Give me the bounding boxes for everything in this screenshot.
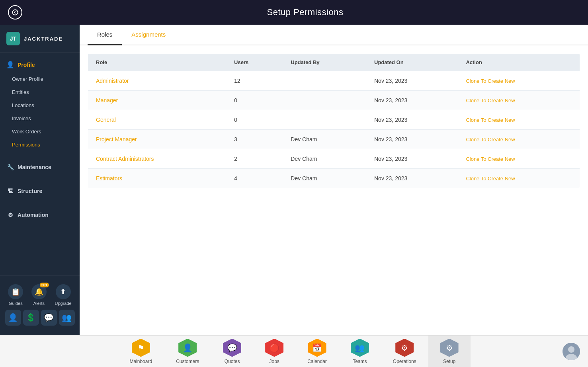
nav-item-calendar[interactable]: 📅 Calendar	[295, 336, 339, 367]
sidebar-structure-label: Structure	[18, 188, 42, 194]
tab-assignments[interactable]: Assignments	[122, 25, 175, 45]
updated-by-cell: Dev Cham	[283, 149, 366, 169]
role-link[interactable]: Contract Administrators	[96, 156, 154, 162]
role-link[interactable]: Manager	[96, 97, 118, 103]
tab-roles[interactable]: Roles	[88, 25, 122, 45]
sidebar-item-entities[interactable]: Entities	[0, 86, 80, 99]
avatar[interactable]	[563, 343, 580, 360]
sidebar-item-structure[interactable]: 🏗 Structure	[0, 183, 80, 199]
alerts-label: Alerts	[33, 301, 45, 306]
clone-action[interactable]: Clone To Create New	[466, 156, 515, 162]
sidebar-section-automation: ⚙ Automation	[0, 203, 80, 227]
calendar-icon: 📅	[308, 339, 326, 357]
nav-label-mainboard: Mainboard	[129, 359, 152, 364]
sidebar-item-invoices[interactable]: Invoices	[0, 112, 80, 125]
role-link[interactable]: Project Manager	[96, 136, 137, 143]
main-layout: JT JACKTRADE 👤 Profile Owner Profile Ent…	[0, 25, 588, 335]
logo-icon: JT	[6, 32, 20, 45]
page-title: Setup Permissions	[30, 7, 580, 18]
clone-action[interactable]: Clone To Create New	[466, 137, 515, 143]
alerts-button[interactable]: 🔔 261 Alerts	[31, 284, 47, 306]
sidebar-automation-label: Automation	[18, 212, 49, 218]
nav-item-quotes[interactable]: 💬 Quotes	[211, 336, 253, 367]
guides-button[interactable]: 📋 Guides	[8, 284, 23, 306]
sidebar-bottom-nav: 👤 💲 💬 👥	[0, 306, 80, 330]
users-cell: 12	[226, 71, 283, 91]
col-updated-on: Updated On	[366, 54, 458, 71]
nav-item-mainboard[interactable]: ⚑ Mainboard	[117, 336, 164, 367]
sidebar-profile-label: Profile	[18, 62, 35, 68]
setup-icon: ⚙	[440, 339, 459, 357]
nav-label-quotes: Quotes	[225, 359, 240, 364]
table-row: Estimators 4 Dev Cham Nov 23, 2023 Clone…	[88, 169, 580, 188]
users-nav-icon[interactable]: 👥	[59, 310, 75, 326]
nav-label-operations: Operations	[393, 359, 416, 364]
clone-action[interactable]: Clone To Create New	[466, 117, 515, 123]
top-header: Setup Permissions	[0, 0, 588, 25]
table-row: Contract Administrators 2 Dev Cham Nov 2…	[88, 149, 580, 169]
sidebar-bottom-icons: 📋 Guides 🔔 261 Alerts ⬆ Upgrade	[0, 281, 80, 306]
table-header-row: Role Users Updated By Updated On Action	[88, 54, 580, 71]
updated-on-cell: Nov 23, 2023	[366, 130, 458, 149]
clone-action[interactable]: Clone To Create New	[466, 78, 515, 84]
logo-text: JACKTRADE	[24, 36, 63, 42]
users-cell: 0	[226, 91, 283, 110]
sidebar-item-automation[interactable]: ⚙ Automation	[0, 207, 80, 223]
updated-by-cell	[283, 110, 366, 130]
role-link[interactable]: Estimators	[96, 175, 122, 182]
col-updated-by: Updated By	[283, 54, 366, 71]
chat-nav-icon[interactable]: 💬	[41, 310, 57, 326]
nav-item-operations[interactable]: ⚙ Operations	[381, 336, 428, 367]
bottom-nav: ⚑ Mainboard 👤 Customers 💬 Quotes 🔴 Jobs …	[0, 335, 588, 367]
updated-on-cell: Nov 23, 2023	[366, 149, 458, 169]
sidebar-logo: JT JACKTRADE	[0, 25, 80, 53]
users-cell: 3	[226, 130, 283, 149]
person-nav-icon[interactable]: 👤	[5, 310, 21, 326]
role-link[interactable]: General	[96, 117, 116, 123]
nav-label-customers: Customers	[176, 359, 199, 364]
content-area: Roles Assignments Role Users Updated By …	[80, 25, 588, 335]
sidebar-section-maintenance: 🔧 Maintenance	[0, 155, 80, 179]
nav-item-setup[interactable]: ⚙ Setup	[428, 336, 471, 367]
nav-label-teams: Teams	[353, 359, 367, 364]
svg-point-2	[568, 346, 574, 353]
teams-icon: 👥	[351, 339, 369, 357]
automation-icon: ⚙	[6, 211, 14, 219]
table-row: Administrator 12 Nov 23, 2023 Clone To C…	[88, 71, 580, 91]
nav-item-customers[interactable]: 👤 Customers	[164, 336, 211, 367]
upgrade-label: Upgrade	[55, 301, 71, 306]
svg-point-0	[12, 10, 18, 15]
sidebar-item-permissions[interactable]: Permissions	[0, 138, 80, 151]
col-users: Users	[226, 54, 283, 71]
sidebar-item-work-orders[interactable]: Work Orders	[0, 125, 80, 138]
users-cell: 4	[226, 169, 283, 188]
nav-item-teams[interactable]: 👥 Teams	[339, 336, 381, 367]
table-container: Role Users Updated By Updated On Action …	[80, 45, 588, 335]
clone-action[interactable]: Clone To Create New	[466, 176, 515, 182]
updated-on-cell: Nov 23, 2023	[366, 169, 458, 188]
nav-label-calendar: Calendar	[307, 359, 327, 364]
upgrade-button[interactable]: ⬆ Upgrade	[55, 284, 71, 306]
sidebar-item-locations[interactable]: Locations	[0, 99, 80, 112]
sidebar-section-header-profile[interactable]: 👤 Profile	[0, 57, 80, 72]
back-button[interactable]	[8, 5, 22, 20]
role-link[interactable]: Administrator	[96, 78, 129, 84]
maintenance-icon: 🔧	[6, 163, 14, 171]
updated-by-cell: Dev Cham	[283, 169, 366, 188]
users-cell: 2	[226, 149, 283, 169]
sidebar-item-owner-profile[interactable]: Owner Profile	[0, 72, 80, 86]
clone-action[interactable]: Clone To Create New	[466, 98, 515, 103]
col-role: Role	[88, 54, 227, 71]
updated-on-cell: Nov 23, 2023	[366, 110, 458, 130]
updated-on-cell: Nov 23, 2023	[366, 91, 458, 110]
sidebar-item-maintenance[interactable]: 🔧 Maintenance	[0, 159, 80, 175]
updated-by-cell	[283, 91, 366, 110]
profile-section-icon: 👤	[6, 61, 14, 68]
jobs-icon: 🔴	[265, 339, 283, 357]
nav-item-jobs[interactable]: 🔴 Jobs	[253, 336, 295, 367]
dollar-nav-icon[interactable]: 💲	[23, 310, 39, 326]
table-row: Project Manager 3 Dev Cham Nov 23, 2023 …	[88, 130, 580, 149]
updated-on-cell: Nov 23, 2023	[366, 71, 458, 91]
sidebar-nav: 👤 Profile Owner Profile Entities Locatio…	[0, 53, 80, 275]
alerts-badge: 261	[40, 283, 49, 287]
